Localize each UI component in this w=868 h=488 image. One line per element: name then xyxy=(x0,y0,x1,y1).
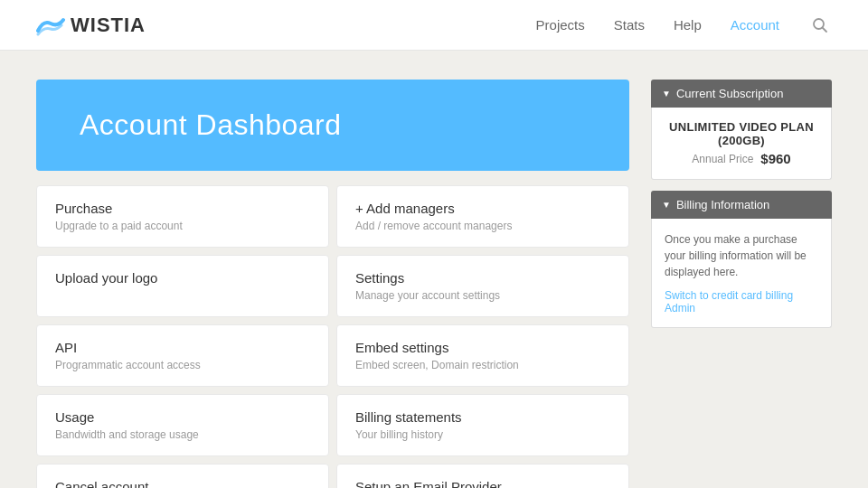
nav-projects[interactable]: Projects xyxy=(536,17,585,33)
card-add-managers[interactable]: + Add managers Add / remove account mana… xyxy=(336,185,629,248)
brand-name: WISTIA xyxy=(71,14,146,37)
logo: WISTIA xyxy=(36,14,146,37)
annual-price-value: $960 xyxy=(760,151,790,166)
svg-line-1 xyxy=(823,27,827,32)
nav-help[interactable]: Help xyxy=(674,17,702,33)
search-icon xyxy=(812,17,828,33)
subscription-header: ▼ Current Subscription xyxy=(651,80,832,108)
admin-link[interactable]: Admin xyxy=(665,302,695,314)
billing-header-label: Billing Information xyxy=(676,198,769,211)
card-upload-logo[interactable]: Upload your logo xyxy=(36,255,329,317)
navbar: WISTIA Projects Stats Help Account xyxy=(0,0,868,51)
nav-links: Projects Stats Help Account xyxy=(536,14,832,37)
plan-price-row: Annual Price $960 xyxy=(665,151,818,166)
billing-arrow-icon: ▼ xyxy=(662,200,671,210)
switch-billing-link[interactable]: Switch to credit card billing xyxy=(665,289,793,302)
card-usage[interactable]: Usage Bandwidth and storage usage xyxy=(36,394,329,456)
nav-account[interactable]: Account xyxy=(731,17,779,33)
plan-name: UNLIMITED VIDEO PLAN (200GB) xyxy=(665,120,818,147)
search-button[interactable] xyxy=(808,14,832,37)
subscription-section: ▼ Current Subscription UNLIMITED VIDEO P… xyxy=(651,80,832,180)
annual-price-label: Annual Price xyxy=(692,153,753,165)
wistia-logo-icon xyxy=(36,14,65,36)
dashboard-grid: Purchase Upgrade to a paid account + Add… xyxy=(36,185,629,488)
card-embed-settings[interactable]: Embed settings Embed screen, Domain rest… xyxy=(336,324,629,387)
billing-info-text: Once you make a purchase your billing in… xyxy=(665,231,818,280)
billing-header: ▼ Billing Information xyxy=(651,191,832,219)
subscription-arrow-icon: ▼ xyxy=(662,89,671,99)
billing-section: ▼ Billing Information Once you make a pu… xyxy=(651,191,832,328)
card-api[interactable]: API Programmatic account access xyxy=(36,324,329,387)
card-cancel-account[interactable]: Cancel account xyxy=(36,464,329,488)
billing-body: Once you make a purchase your billing in… xyxy=(651,219,832,328)
subscription-body: UNLIMITED VIDEO PLAN (200GB) Annual Pric… xyxy=(651,108,832,180)
card-billing-statements[interactable]: Billing statements Your billing history xyxy=(336,394,629,456)
dashboard-title: Account Dashboard xyxy=(80,108,586,142)
card-purchase[interactable]: Purchase Upgrade to a paid account xyxy=(36,185,329,248)
card-email-provider[interactable]: Setup an Email Provider For capturing le… xyxy=(336,464,629,488)
billing-links: Switch to credit card billing Admin xyxy=(665,289,818,314)
left-panel: Account Dashboard Purchase Upgrade to a … xyxy=(36,80,629,488)
dashboard-header: Account Dashboard xyxy=(36,80,629,171)
card-settings[interactable]: Settings Manage your account settings xyxy=(336,255,629,317)
nav-stats[interactable]: Stats xyxy=(614,17,645,33)
subscription-header-label: Current Subscription xyxy=(676,87,784,100)
main-content: Account Dashboard Purchase Upgrade to a … xyxy=(0,51,868,488)
right-panel: ▼ Current Subscription UNLIMITED VIDEO P… xyxy=(651,80,832,488)
